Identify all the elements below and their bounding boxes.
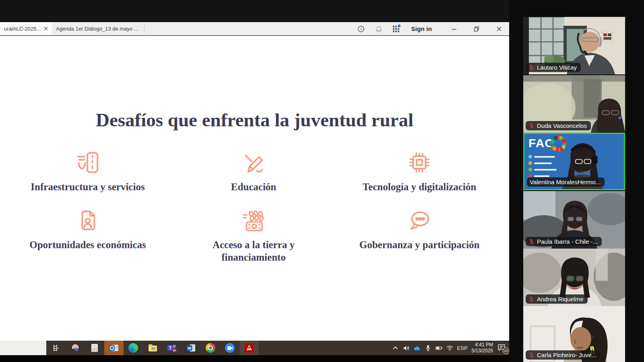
participant-name: Duda Vasconcelos xyxy=(537,122,587,129)
participant-tile-valentina[interactable]: FAO Valentina MoralesHermo... xyxy=(523,133,625,190)
road-icon xyxy=(75,150,100,175)
svg-text:9+: 9+ xyxy=(173,349,176,352)
bottom-black-strip xyxy=(0,355,509,362)
onedrive-icon[interactable] xyxy=(414,345,421,352)
slide-item-infraestructura: Infraestructura y servicios xyxy=(4,150,171,193)
sign-in-button[interactable]: Sign in xyxy=(411,25,432,32)
task-view-icon[interactable] xyxy=(46,341,66,355)
app-bottom-strip xyxy=(0,341,46,355)
titlebar-actions: ? Sign in xyxy=(357,22,505,35)
tab-close-icon[interactable] xyxy=(44,27,48,31)
tab-document-2[interactable]: Agenda 1er Diálogo_13 de mayo ... xyxy=(52,22,142,35)
help-icon[interactable]: ? xyxy=(357,25,365,33)
slide-item-label: Gobernanza y participación xyxy=(336,239,503,251)
bell-icon[interactable] xyxy=(375,25,382,33)
speaker-icon[interactable] xyxy=(403,345,410,352)
participant-name: Lautaro Viscay xyxy=(537,64,577,71)
participant-tile-andrea[interactable]: Andrea Riquelme xyxy=(523,249,625,306)
participant-name-badge: Andrea Riquelme xyxy=(526,294,588,304)
slide-item-label: Acceso a la tierra y financiamiento xyxy=(197,239,310,264)
participant-name-badge: Paula Ibarra - Chile -... xyxy=(526,237,602,246)
microphone-icon[interactable] xyxy=(425,345,431,352)
taskbar-apps: T 9+ W xyxy=(46,341,259,355)
pencil-icon xyxy=(241,150,266,175)
clock[interactable]: 4:41 PM 5/13/2025 xyxy=(472,342,493,354)
battery-icon[interactable] xyxy=(436,345,442,352)
muted-mic-icon xyxy=(528,64,535,70)
slide-item-label: Infraestructura y servicios xyxy=(4,181,171,193)
slide-item-label: Oportunidades económicas xyxy=(4,239,171,251)
slide-item-label: Tecnología y digitalización xyxy=(336,181,503,193)
teams-icon[interactable]: T 9+ xyxy=(162,341,182,355)
notification-center-icon[interactable]: 20 xyxy=(497,343,507,352)
participant-name: Paula Ibarra - Chile -... xyxy=(537,238,598,245)
muted-mic-icon xyxy=(528,239,535,245)
slide-item-oportunidades: Oportunidades económicas xyxy=(4,208,171,251)
tray-time: 4:41 PM xyxy=(475,342,493,348)
slide-title: Desafíos que enfrenta la juventud rural xyxy=(0,109,509,131)
slide-item-label: Educación xyxy=(171,181,336,193)
participant-name-badge: Carla Pinheiro- Juve... xyxy=(526,350,601,360)
participant-name: Andrea Riquelme xyxy=(537,296,584,302)
close-button[interactable] xyxy=(493,24,505,34)
zoom-participants-sidebar: Lautaro Viscay Duda Vasconcelos xyxy=(509,0,644,362)
svg-text:W: W xyxy=(188,346,191,350)
shell-app-icon[interactable] xyxy=(66,341,85,355)
wheat-banknote-icon xyxy=(241,208,266,233)
file-explorer-icon[interactable] xyxy=(143,341,162,355)
muted-mic-icon xyxy=(528,123,535,129)
slide-item-gobernanza: Gobernanza y participación xyxy=(336,208,503,251)
apps-grid-icon[interactable] xyxy=(393,26,399,32)
participant-tile-carla[interactable]: Carla Pinheiro- Juve... xyxy=(523,306,625,362)
minimize-button[interactable] xyxy=(448,24,460,34)
participant-name: Carla Pinheiro- Juve... xyxy=(537,352,597,358)
wifi-icon[interactable] xyxy=(446,345,453,352)
fao-tagline-rows xyxy=(528,155,557,178)
participant-name-badge: Lautaro Viscay xyxy=(526,63,581,72)
participant-tile-lautaro[interactable]: Lautaro Viscay xyxy=(523,17,625,74)
sdg-wheel-icon xyxy=(550,136,566,152)
presentation-slide: Desafíos que enfrenta la juventud rural … xyxy=(0,36,509,341)
chrome-icon[interactable] xyxy=(201,341,220,355)
chip-icon xyxy=(407,150,432,175)
participant-name: Valentina MoralesHermo... xyxy=(530,179,601,185)
tab-1-label: uralALC-2025... xyxy=(4,26,41,32)
edge-icon[interactable] xyxy=(124,341,143,355)
apps-grid-notification-dot xyxy=(398,25,400,27)
zoom-icon[interactable] xyxy=(220,341,239,355)
participant-tile-duda[interactable]: Duda Vasconcelos xyxy=(523,75,625,133)
muted-mic-icon xyxy=(528,352,535,358)
tab-2-label: Agenda 1er Diálogo_13 de mayo ... xyxy=(56,26,138,32)
fao-virtual-background: FAO xyxy=(528,137,557,178)
notification-count-badge: 20 xyxy=(503,348,509,354)
tab-separator xyxy=(144,25,144,33)
slide-item-educacion: Educación xyxy=(171,150,336,193)
participant-name-badge: Valentina MoralesHermo... xyxy=(527,177,605,187)
windows-taskbar: T 9+ W xyxy=(46,341,509,355)
tray-date: 5/13/2025 xyxy=(472,348,493,354)
system-tray: ESP 4:41 PM 5/13/2025 20 xyxy=(392,341,507,355)
participant-tile-paula[interactable]: Paula Ibarra - Chile -... xyxy=(523,191,625,249)
language-indicator[interactable]: ESP xyxy=(457,345,468,351)
tab-document-1[interactable]: uralALC-2025... xyxy=(0,22,52,35)
svg-text:?: ? xyxy=(360,27,362,31)
word-icon[interactable]: W xyxy=(182,341,201,355)
screen-share-region: uralALC-2025... Agenda 1er Diálogo_13 de… xyxy=(0,0,509,362)
acrobat-icon[interactable] xyxy=(239,341,259,355)
participant-name-badge: Duda Vasconcelos xyxy=(526,121,591,130)
resume-icon xyxy=(75,208,100,233)
tray-chevron-up-icon[interactable] xyxy=(392,345,399,352)
svg-text:T: T xyxy=(169,346,171,350)
muted-mic-icon xyxy=(528,296,535,302)
speech-bubble-icon xyxy=(407,208,432,233)
restore-button[interactable] xyxy=(471,24,483,34)
top-black-strip xyxy=(0,0,509,22)
outlook-icon[interactable] xyxy=(104,341,124,355)
slide-item-acceso: Acceso a la tierra y financiamiento xyxy=(171,208,336,264)
calculator-icon[interactable] xyxy=(85,341,104,355)
slide-item-tecnologia: Tecnología y digitalización xyxy=(336,150,503,193)
